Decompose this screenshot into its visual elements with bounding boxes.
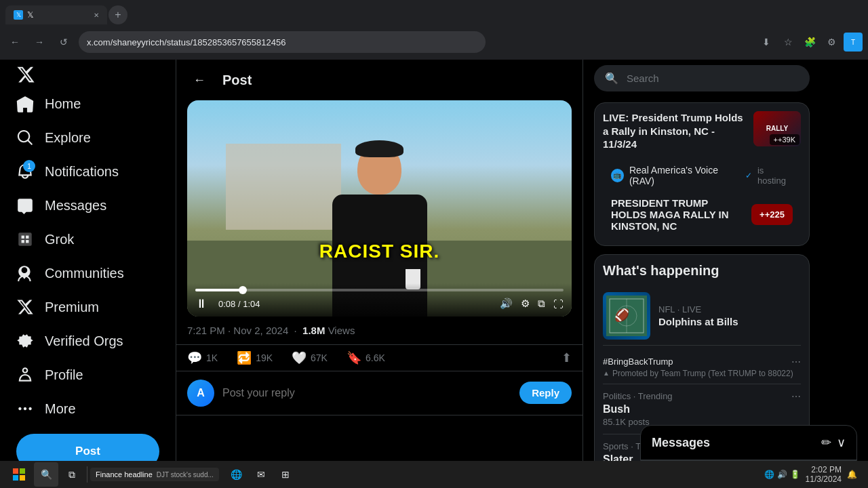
x-logo[interactable]: [8, 65, 43, 84]
pip-button[interactable]: ⧉: [538, 298, 545, 310]
sidebar-item-home[interactable]: Home: [8, 87, 167, 121]
settings-video-button[interactable]: ⚙: [521, 298, 530, 310]
sidebar-item-notifications[interactable]: 1 Notifications: [8, 155, 167, 188]
like-action[interactable]: 🤍 67K: [292, 350, 328, 365]
bookmark-icon[interactable]: ☆: [778, 33, 797, 52]
live-card-content: LIVE: President Trump Holds a Rally in K…: [595, 103, 809, 245]
retweet-action[interactable]: 🔁 19K: [237, 350, 273, 365]
svg-rect-10: [13, 468, 18, 474]
fullscreen-button[interactable]: ⛶: [553, 298, 564, 310]
url-bar[interactable]: x.com/shaneyyricch/status/18528536576558…: [79, 31, 486, 53]
settings-icon[interactable]: ⚙: [822, 33, 841, 52]
taskbar: 🔍 ⧉ Finance headline DJT stock's sudd...…: [0, 461, 868, 488]
extensions-icon[interactable]: 🧩: [800, 33, 819, 52]
like-icon: 🤍: [292, 350, 307, 365]
home-label: Home: [45, 96, 81, 112]
taskbar-mail[interactable]: ✉: [250, 464, 272, 485]
share-action[interactable]: ⬆: [561, 350, 572, 365]
trending-category-bush: Politics · Trending ⋯: [603, 391, 801, 402]
communities-icon: [16, 264, 34, 282]
tab-close-button[interactable]: ✕: [94, 12, 99, 19]
reply-button[interactable]: Reply: [519, 382, 572, 404]
trending-category-bbt: #BringBackTrump ⋯: [603, 357, 801, 367]
taskbar-search[interactable]: 🔍: [34, 462, 58, 487]
trump-badge: ++225: [751, 204, 793, 225]
notifications-icon: 1: [16, 163, 34, 180]
rav-verified-badge: ✓: [745, 171, 752, 180]
taskbar-taskview[interactable]: ⧉: [61, 464, 83, 485]
live-banner: LIVE: President Trump Holds a Rally in K…: [603, 111, 801, 154]
svg-rect-4: [26, 240, 28, 243]
forward-button[interactable]: →: [30, 33, 49, 52]
action-bar: 💬 1K 🔁 19K 🤍 67K 🔖 6.6K ⬆: [176, 345, 583, 371]
download-icon[interactable]: ⬇: [757, 33, 776, 52]
back-button[interactable]: ←: [187, 68, 212, 92]
share-icon: ⬆: [561, 350, 572, 365]
dolphins-card[interactable]: 🏈 NFL · LIVE Dolphins at Bills: [603, 287, 801, 346]
trend-hashtag: #BringBackTrump: [603, 357, 673, 367]
active-tab[interactable]: 𝕏 𝕏 ✕: [5, 5, 107, 24]
post-views-label: Views: [328, 325, 355, 336]
video-caption: RACIST SIR.: [319, 241, 439, 262]
trending-item-bbt[interactable]: #BringBackTrump ⋯ ▲ Promoted by Team Tru…: [603, 351, 801, 384]
more-label: More: [45, 401, 76, 417]
dolphins-img-inner: 🏈: [603, 292, 650, 340]
post-timestamp: 7:21 PM · Nov 2, 2024: [187, 325, 288, 336]
taskbar-separator: [87, 466, 87, 483]
progress-bar[interactable]: [195, 289, 564, 291]
back-button[interactable]: ←: [5, 33, 24, 52]
notifications-label: Notifications: [45, 164, 119, 180]
address-bar: ← → ↺ x.com/shaneyyricch/status/18528536…: [0, 24, 868, 60]
taskbar-time: 2:02 PM 11/3/2024: [806, 465, 842, 484]
volume-button[interactable]: 🔊: [500, 298, 513, 310]
new-tab-button[interactable]: +: [108, 5, 127, 24]
trending-options-bbt[interactable]: ⋯: [791, 357, 801, 367]
live-title: LIVE: President Trump Holds a Rally in K…: [603, 111, 745, 151]
reply-action[interactable]: 💬 1K: [187, 350, 218, 365]
start-button[interactable]: [5, 462, 33, 487]
dolphins-image: 🏈: [603, 292, 650, 340]
sidebar-item-verified[interactable]: Verified Orgs: [8, 324, 167, 358]
sidebar-item-profile[interactable]: Profile: [8, 358, 167, 392]
taskbar-browser-icon[interactable]: 🌐: [226, 464, 248, 485]
trending-options-bush[interactable]: ⋯: [791, 391, 801, 402]
sidebar-item-messages[interactable]: Messages: [8, 188, 167, 222]
figure-head: [357, 144, 401, 195]
tab-title: 𝕏: [27, 10, 34, 20]
rav-name: Real America's Voice (RAV): [629, 165, 740, 186]
volume-taskbar-icon: 🔊: [777, 470, 787, 479]
taskbar-apps[interactable]: ⊞: [275, 464, 296, 485]
live-text-content: LIVE: President Trump Holds a Rally in K…: [603, 111, 745, 154]
trump-count: +225: [765, 209, 785, 220]
sidebar-item-more[interactable]: More: [8, 392, 167, 426]
messages-compose-icon[interactable]: ✏: [821, 435, 831, 450]
messages-icon: [16, 197, 34, 214]
explore-icon: [16, 129, 34, 146]
live-card[interactable]: LIVE: President Trump Holds a Rally in K…: [594, 102, 810, 246]
svg-rect-13: [20, 475, 25, 481]
svg-rect-0: [18, 232, 32, 246]
search-input[interactable]: [627, 73, 799, 84]
sidebar-item-premium[interactable]: Premium: [8, 290, 167, 324]
reply-input[interactable]: [222, 387, 511, 399]
dolphins-info: NFL · LIVE Dolphins at Bills: [658, 304, 801, 327]
svg-text:🏈: 🏈: [614, 308, 630, 323]
terabox-icon[interactable]: T: [844, 33, 863, 52]
dolphins-label: NFL · LIVE: [658, 304, 801, 314]
messages-collapse-icon[interactable]: ∨: [837, 435, 846, 450]
pause-button[interactable]: ⏸: [195, 297, 208, 311]
finance-notification[interactable]: Finance headline DJT stock's sudd...: [90, 468, 219, 481]
sidebar-item-explore[interactable]: Explore: [8, 121, 167, 155]
notification-center-icon[interactable]: 🔔: [847, 470, 857, 479]
sidebar-item-communities[interactable]: Communities: [8, 256, 167, 290]
sidebar-item-grok[interactable]: Grok: [8, 222, 167, 256]
more-icon: [16, 400, 34, 418]
premium-label: Premium: [45, 300, 99, 315]
x-logo-icon: [16, 65, 35, 84]
live-count: ++39K: [770, 134, 800, 145]
bookmark-action[interactable]: 🔖 6.6K: [347, 350, 385, 365]
grok-icon: [16, 230, 34, 248]
controls-row: ⏸ 0:08 / 1:04 🔊 ⚙ ⧉ ⛶: [195, 297, 564, 311]
notification-count: 1: [23, 160, 35, 172]
reload-button[interactable]: ↺: [54, 33, 73, 52]
